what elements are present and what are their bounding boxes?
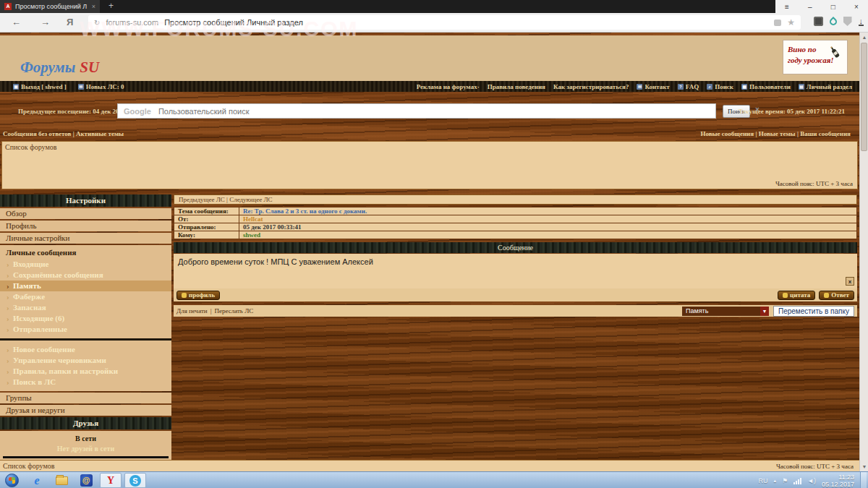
nav-users-link[interactable]: ▦Пользователи — [741, 83, 791, 90]
show-desktop-button[interactable] — [860, 472, 867, 488]
logo-suffix: SU — [80, 59, 99, 76]
new-tab-button[interactable]: + — [109, 1, 114, 11]
address-bar[interactable]: ↻ forums-su.com Просмотр сообщений Личны… — [88, 15, 801, 30]
folder-icon — [56, 476, 68, 485]
folder-outbox[interactable]: Исходящие (6) — [0, 313, 171, 324]
folder-faberge[interactable]: Фаберже — [0, 291, 171, 302]
pm-pagination: Предыдущее ЛС | Следующее ЛС — [174, 194, 857, 205]
bookmark-star-icon[interactable]: ★ — [787, 17, 795, 27]
logo-word: Форумы — [20, 59, 75, 76]
subject-value[interactable]: Re: Тр. Слава 2 и 3 ст. на одного с дока… — [239, 207, 857, 215]
sidebar-item-preferences[interactable]: Личные настройки — [0, 233, 171, 244]
contact-icon: ✉ — [637, 84, 642, 90]
nav-search-link[interactable]: ⌕Поиск — [707, 83, 733, 90]
folder-saved[interactable]: Сохранённые сообщения — [0, 270, 171, 281]
nav-faq-link[interactable]: ?FAQ — [678, 83, 699, 90]
next-pm-link[interactable]: Следующее ЛС — [229, 196, 272, 203]
download-icon[interactable]: ↓ — [859, 17, 864, 26]
sidebar-item-friends-foes[interactable]: Друзья и недруги — [0, 405, 171, 416]
yandex-browser-icon[interactable]: Я — [67, 17, 73, 27]
pm-info-table: Тема сообщения: Re: Тр. Слава 2 и 3 ст. … — [174, 207, 857, 239]
extension-icon[interactable] — [814, 17, 823, 26]
separator: | — [73, 130, 75, 137]
ad-banner[interactable]: Вино по году урожая! — [783, 40, 848, 74]
action-rules-folders[interactable]: Правила, папки и настройки — [0, 366, 171, 377]
close-icon[interactable]: × — [854, 3, 859, 11]
taskbar-skype-button[interactable]: S — [124, 473, 146, 488]
ad-line1: Вино по — [788, 45, 816, 53]
sidebar-item-profile[interactable]: Профиль — [0, 221, 171, 231]
quick-links-right: Новые сообщения | Новые темы | Ваши сооб… — [700, 130, 851, 137]
quick-links-left: Сообщения без ответов | Активные темы — [3, 130, 124, 137]
action-new-message[interactable]: Новое сообщение — [0, 344, 171, 355]
move-to-folder-button[interactable]: Переместить в папку — [773, 306, 854, 317]
users-icon: ▦ — [741, 84, 747, 90]
maximize-icon[interactable]: □ — [831, 3, 835, 11]
search-input[interactable] — [158, 107, 710, 116]
volume-icon[interactable]: ◄) — [807, 477, 816, 484]
logout-icon: ▣ — [13, 84, 19, 90]
nav-advert-link[interactable]: Реклама на форумах· — [417, 83, 480, 90]
reply-button[interactable]: Ответ — [819, 291, 854, 300]
previous-pm-link[interactable]: Предыдущее ЛС — [179, 196, 225, 203]
nav-contact-link[interactable]: ✉Контакт — [637, 83, 669, 90]
system-tray: RU ▴ ⚑ ◄) 11:23 05.12.2017 — [758, 472, 868, 488]
new-messages-link[interactable]: Новые сообщения — [700, 130, 754, 137]
tray-clock[interactable]: 11:23 05.12.2017 — [822, 474, 854, 488]
language-indicator[interactable]: RU — [758, 477, 767, 484]
forward-icon[interactable]: → — [41, 17, 50, 27]
action-manage-drafts[interactable]: Управление черновиками — [0, 355, 171, 366]
minimize-icon[interactable]: – — [808, 3, 812, 11]
folder-inbox[interactable]: Входящие — [0, 259, 171, 270]
nav-register-link[interactable]: Как зарегистрироваться? — [553, 83, 629, 90]
taskbar-explorer-button[interactable] — [51, 473, 72, 488]
from-value[interactable]: Hellcat — [239, 215, 857, 223]
folder-select[interactable]: Память ▼ — [682, 307, 769, 316]
tab-close-icon[interactable]: × — [92, 3, 95, 10]
logout-link[interactable]: ▣Выход [ shwed ] — [13, 83, 67, 90]
taskbar-mail-agent-button[interactable]: @ — [75, 473, 97, 488]
profile-button[interactable]: профиль — [176, 291, 220, 300]
reload-icon[interactable]: ↻ — [94, 19, 100, 27]
new-pm-counter[interactable]: ✉Новых ЛС: 0 — [78, 83, 124, 90]
print-link[interactable]: Для печати — [176, 307, 208, 314]
taskbar-ie-button[interactable]: e — [26, 473, 48, 488]
start-button[interactable] — [5, 474, 19, 487]
browser-tab[interactable]: A Просмотр сообщений Л × — [0, 0, 100, 13]
vertical-scrollbar[interactable]: ▲ ▼ — [859, 33, 868, 471]
scrollbar-thumb[interactable] — [861, 43, 867, 151]
folder-reserve[interactable]: Запасная — [0, 302, 171, 313]
unanswered-link[interactable]: Сообщения без ответов — [3, 130, 71, 137]
separator: | — [226, 196, 228, 203]
shield-icon[interactable] — [843, 17, 852, 26]
folder-sent[interactable]: Отправленные — [0, 324, 171, 335]
skype-icon: S — [129, 475, 141, 487]
message-close-icon[interactable]: x — [846, 277, 854, 286]
folder-memory-active[interactable]: Память — [0, 281, 171, 291]
action-center-flag-icon[interactable]: ⚑ — [782, 477, 788, 484]
sidebar-item-overview[interactable]: Обзор — [0, 208, 171, 219]
action-pm-search[interactable]: Поиск в ЛС — [0, 377, 171, 388]
forum-list-link[interactable]: Список форумов — [5, 143, 56, 151]
quote-button[interactable]: цитата — [778, 291, 815, 300]
nav-private-link[interactable]: ▤Личный раздел — [799, 83, 852, 90]
footer-forum-list-link[interactable]: Список форумов — [0, 462, 54, 470]
forum-logo[interactable]: ФорумыSU — [20, 59, 99, 77]
back-icon[interactable]: ← — [12, 17, 21, 27]
protect-drop-icon[interactable] — [827, 16, 838, 26]
page-security-icon[interactable] — [774, 20, 781, 26]
network-icon[interactable] — [793, 477, 801, 484]
forward-pm-link[interactable]: Переслать ЛС — [214, 307, 253, 314]
new-topics-link[interactable]: Новые темы — [759, 130, 796, 137]
active-topics-link[interactable]: Активные темы — [76, 130, 124, 137]
browser-menu-icon[interactable]: ≡ — [785, 3, 789, 11]
scroll-down-icon[interactable]: ▼ — [860, 462, 868, 471]
to-value[interactable]: shwed — [239, 231, 857, 239]
sidebar-item-groups[interactable]: Группы — [0, 393, 171, 403]
board-index-box: Список форумов Часовой пояс: UTC + 3 час… — [1, 141, 858, 189]
your-messages-link[interactable]: Ваши сообщения — [800, 130, 851, 137]
taskbar-yandex-button[interactable]: Y — [100, 473, 122, 488]
nav-rules-link[interactable]: Правила поведения — [488, 83, 545, 90]
hidden-icons-caret[interactable]: ▴ — [773, 478, 776, 484]
scroll-up-icon[interactable]: ▲ — [860, 33, 868, 42]
